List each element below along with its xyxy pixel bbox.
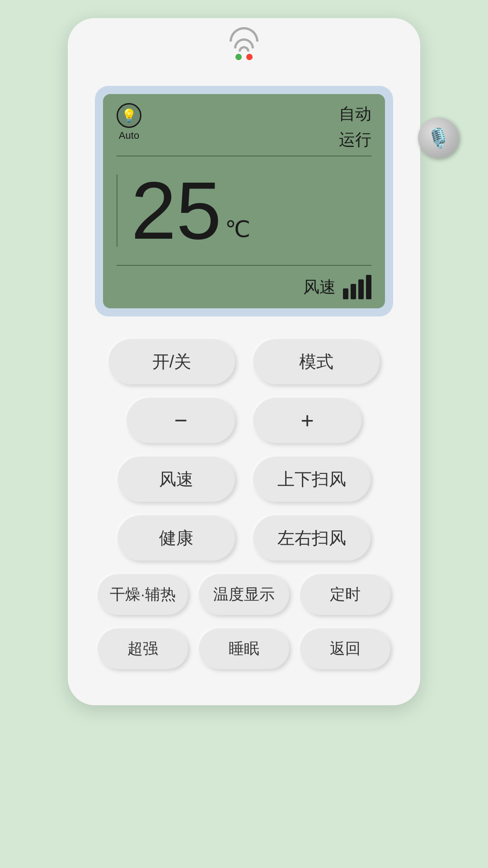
btn-row-6: 超强 睡眠 返回	[95, 628, 393, 669]
auto-label: Auto	[119, 130, 139, 142]
temp-display-button[interactable]: 温度显示	[199, 574, 289, 615]
btn-row-1: 开/关 模式	[95, 339, 393, 384]
timer-button[interactable]: 定时	[300, 574, 390, 615]
btn-row-2: − +	[95, 398, 393, 443]
wifi-dot-green	[235, 54, 242, 60]
wind-speed-button[interactable]: 风速	[117, 457, 235, 502]
plus-button[interactable]: +	[253, 398, 361, 443]
wifi-icon	[230, 27, 258, 60]
mic-icon: 🎙️	[427, 127, 450, 149]
minus-button[interactable]: −	[127, 398, 235, 443]
btn-row-4: 健康 左右扫风	[95, 515, 393, 561]
mode-text: 自动	[339, 103, 371, 125]
wind-bar-4	[366, 275, 371, 299]
wind-speed-area: 风速	[117, 270, 371, 299]
buttons-area: 开/关 模式 − + 风速 上下扫风 健康 左右扫风 干燥·辅热 温度显示 定时…	[95, 339, 393, 669]
remote-control: 💡 Auto 自动 运行 25 ℃	[68, 18, 420, 705]
voice-button[interactable]: 🎙️	[418, 118, 459, 158]
temperature-unit: ℃	[225, 216, 250, 242]
wind-bar-3	[358, 279, 364, 299]
swing-ud-button[interactable]: 上下扫风	[253, 457, 371, 502]
running-text: 运行	[339, 129, 371, 151]
ac-display-wrapper: 💡 Auto 自动 运行 25 ℃	[95, 86, 393, 316]
temperature-value: 25	[131, 170, 221, 251]
divider-top	[117, 156, 371, 156]
wind-speed-label: 风速	[303, 276, 336, 298]
sleep-button[interactable]: 睡眠	[199, 628, 289, 669]
btn-row-5: 干燥·辅热 温度显示 定时	[95, 574, 393, 615]
temperature-area: 25 ℃	[117, 161, 371, 260]
wind-bar-1	[343, 288, 348, 299]
dry-heat-button[interactable]: 干燥·辅热	[98, 574, 188, 615]
swing-lr-button[interactable]: 左右扫风	[253, 515, 371, 561]
back-button[interactable]: 返回	[300, 628, 390, 669]
wind-speed-row: 风速	[303, 275, 371, 299]
mode-status-area: 自动 运行	[339, 103, 371, 151]
wind-bars	[343, 275, 371, 299]
health-button[interactable]: 健康	[117, 515, 235, 561]
divider-bottom	[117, 265, 371, 266]
auto-mode-icon: 💡	[117, 103, 141, 128]
auto-icon-container: 💡 Auto	[117, 103, 141, 142]
wifi-dot-red	[246, 54, 253, 60]
power-button[interactable]: 开/关	[108, 339, 235, 384]
ac-display-screen: 💡 Auto 自动 运行 25 ℃	[103, 94, 385, 308]
wind-bar-2	[351, 284, 356, 299]
bulb-symbol: 💡	[121, 108, 137, 123]
btn-row-3: 风速 上下扫风	[95, 457, 393, 502]
vertical-divider	[117, 175, 117, 247]
turbo-button[interactable]: 超强	[98, 628, 188, 669]
mode-button[interactable]: 模式	[253, 339, 380, 384]
temperature-display: 25 ℃	[131, 170, 250, 251]
